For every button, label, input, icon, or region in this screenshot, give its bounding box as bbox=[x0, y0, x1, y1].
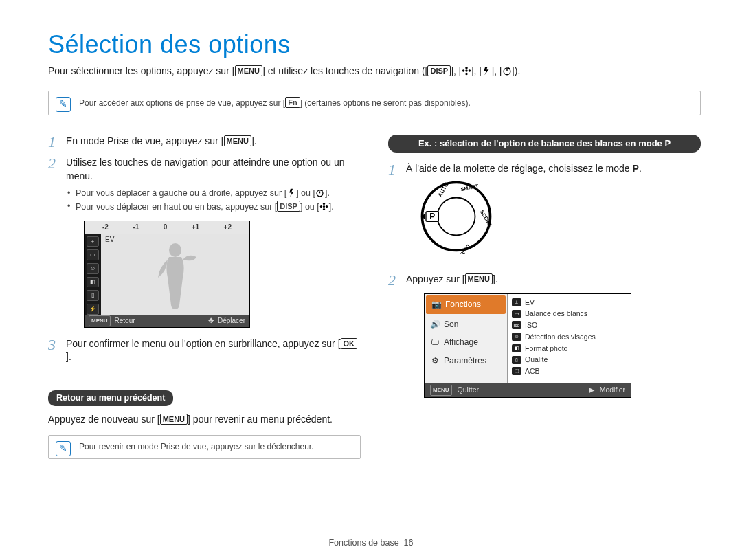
gear-icon: ⚙ bbox=[430, 355, 440, 367]
svg-point-13 bbox=[323, 205, 325, 208]
flash-icon bbox=[482, 66, 491, 76]
bullet-text: Pour vous déplacer en haut ou en bas, ap… bbox=[76, 202, 277, 212]
menu-option-size: ◧Format photo bbox=[512, 343, 627, 355]
disp-key-badge: DISP bbox=[427, 65, 451, 76]
menu-label: Affichage bbox=[444, 337, 478, 348]
menu-label: Paramètres bbox=[444, 355, 486, 367]
svg-point-2 bbox=[465, 73, 468, 76]
menu-item-display: 🖵 Affichage bbox=[425, 333, 507, 352]
iso-icon: iso bbox=[512, 321, 521, 329]
step-text: En mode Prise de vue, appuyez sur [ bbox=[66, 135, 224, 146]
svg-marker-5 bbox=[484, 67, 489, 75]
step-2-bullet-2: Pour vous déplacer en haut ou en bas, ap… bbox=[66, 201, 361, 214]
right-step-1: 1 À l'aide de la molette de réglage, cho… bbox=[388, 162, 701, 265]
menu-screen-mockup: 📷 Fonctions 🔊 Son 🖵 Affichage bbox=[424, 293, 631, 398]
intro-text: Pour sélectionner les options, appuyez s… bbox=[48, 65, 235, 76]
option-label: Détection des visages bbox=[525, 332, 596, 342]
option-label: Qualité bbox=[525, 355, 548, 365]
step-text: Appuyez sur [ bbox=[406, 273, 465, 284]
note-box-2: ✎ Pour revenir en mode Prise de vue, app… bbox=[48, 435, 361, 459]
step-3: 3 Pour confirmer le menu ou l'option en … bbox=[48, 337, 361, 364]
note-text: Pour accéder aux options de prise de vue… bbox=[79, 98, 285, 108]
svg-point-4 bbox=[468, 70, 471, 73]
bullet-text: ] ou [ bbox=[296, 188, 315, 198]
right-column: Ex. : sélection de l'option de balance d… bbox=[388, 135, 701, 478]
footer-section: Fonctions de base bbox=[328, 538, 398, 548]
ev-tick: +2 bbox=[224, 223, 232, 232]
text: ] pour revenir au menu précédent. bbox=[188, 414, 333, 425]
dial-p-label: P bbox=[429, 211, 435, 221]
page-footer: Fonctions de base 16 bbox=[0, 537, 742, 550]
prev-menu-heading: Retour au menu précédent bbox=[48, 390, 173, 407]
menu-key-badge: MENU bbox=[430, 385, 452, 396]
step-text: À l'aide de la molette de réglage, chois… bbox=[406, 163, 633, 174]
lcd-mockup: -2 -1 0 +1 +2 ± ▭ ☺ ◧ ▯ bbox=[84, 221, 250, 328]
option-label: ISO bbox=[525, 320, 537, 331]
wb-icon: ▭ bbox=[87, 249, 99, 260]
intro-text: ] et utilisez les touches de navigation … bbox=[262, 65, 427, 76]
menu-item-settings: ⚙ Paramètres bbox=[425, 352, 507, 370]
flower-icon bbox=[319, 202, 329, 212]
step-2-bullet-1: Pour vous déplacer à gauche ou à droite,… bbox=[66, 188, 361, 200]
option-label: EV bbox=[525, 298, 535, 308]
svg-point-14 bbox=[323, 203, 325, 205]
menu-option-wb: ▭Balance des blancs bbox=[512, 308, 627, 320]
flash-icon bbox=[286, 188, 296, 197]
svg-point-3 bbox=[462, 70, 465, 73]
metering-icon: ◧ bbox=[87, 277, 99, 288]
menu-option-ev: ±EV bbox=[512, 297, 627, 309]
face-icon: ☺ bbox=[87, 263, 99, 274]
note-icon: ✎ bbox=[56, 441, 71, 456]
arrow-right-icon: ▶ bbox=[589, 385, 594, 395]
svg-point-1 bbox=[465, 67, 468, 69]
note-text: Pour revenir en mode Prise de vue, appuy… bbox=[79, 442, 314, 451]
menu-key-badge: MENU bbox=[465, 273, 493, 284]
timer-icon bbox=[502, 66, 512, 76]
ev-tick: +1 bbox=[192, 223, 199, 232]
footer-quit-label: Quitter bbox=[458, 385, 480, 395]
option-label: Balance des blancs bbox=[525, 309, 587, 319]
right-step-2: 2 Appuyez sur [MENU]. 📷 Fonctions 🔊 bbox=[388, 273, 701, 398]
svg-point-21 bbox=[438, 197, 475, 235]
menu-right-panel: ±EV ▭Balance des blancs isoISO ☺Détectio… bbox=[508, 294, 631, 383]
intro-paragraph: Pour sélectionner les options, appuyez s… bbox=[48, 65, 701, 78]
quality-icon: ▯ bbox=[512, 356, 521, 364]
ev-scale: -2 -1 0 +1 +2 bbox=[85, 221, 249, 234]
step-text: ]. bbox=[66, 351, 71, 362]
footer-move-label: Déplacer bbox=[218, 316, 245, 326]
acb-icon: ⬚ bbox=[512, 367, 521, 375]
menu-key-badge: MENU bbox=[160, 414, 188, 425]
left-column: 1 En mode Prise de vue, appuyez sur [MEN… bbox=[48, 135, 361, 478]
person-silhouette bbox=[151, 240, 199, 309]
face-icon: ☺ bbox=[512, 333, 521, 341]
bullet-text: ]. bbox=[325, 188, 330, 198]
wb-icon: ▭ bbox=[512, 310, 521, 318]
ev-label: EV bbox=[105, 235, 114, 245]
step-text: . bbox=[639, 163, 642, 174]
bullet-text: ]. bbox=[329, 202, 334, 212]
svg-point-0 bbox=[465, 70, 468, 73]
mode-p-label: P bbox=[633, 163, 639, 174]
menu-key-badge: MENU bbox=[224, 135, 251, 146]
intro-text: ], [ bbox=[491, 65, 502, 76]
menu-option-quality: ▯Qualité bbox=[512, 354, 627, 366]
timer-icon bbox=[315, 188, 325, 197]
prev-menu-text: Appuyez de nouveau sur [MENU] pour reven… bbox=[48, 413, 361, 427]
note-icon: ✎ bbox=[56, 97, 71, 112]
menu-item-sound: 🔊 Son bbox=[425, 315, 507, 334]
ev-icon: ± bbox=[87, 236, 99, 247]
menu-option-face: ☺Détection des visages bbox=[512, 331, 627, 343]
option-label: ACB bbox=[525, 366, 540, 377]
page-title: Sélection des options bbox=[48, 27, 701, 62]
bullet-text: ] ou [ bbox=[300, 202, 319, 212]
ev-tick: -2 bbox=[102, 223, 109, 232]
menu-option-iso: isoISO bbox=[512, 320, 627, 331]
footer-back-label: Retour bbox=[115, 316, 135, 326]
step-1: 1 En mode Prise de vue, appuyez sur [MEN… bbox=[48, 135, 361, 148]
mode-dial: P AUTO SMART SCENE DUAL bbox=[418, 179, 494, 254]
svg-marker-9 bbox=[289, 188, 294, 196]
menu-key-badge: MENU bbox=[89, 315, 111, 326]
note-box-1: ✎ Pour accéder aux options de prise de v… bbox=[48, 91, 701, 115]
ev-tick: 0 bbox=[164, 223, 168, 232]
menu-option-acb: ⬚ACB bbox=[512, 366, 627, 377]
